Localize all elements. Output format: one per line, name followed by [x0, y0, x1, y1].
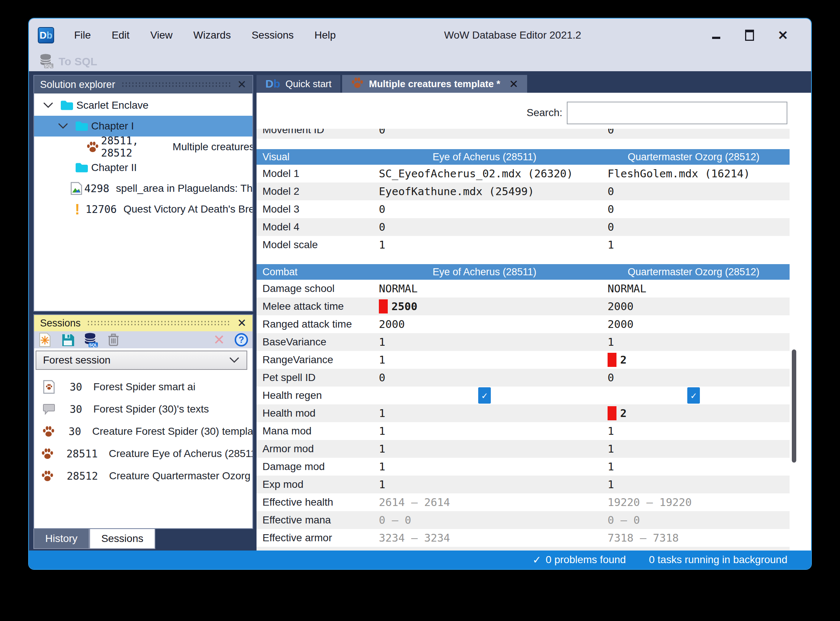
cell-text: 7318 – 7318	[607, 532, 679, 544]
tab-history[interactable]: History	[33, 529, 89, 549]
cell-value[interactable]: 2	[598, 406, 790, 420]
solution-tree: Scarlet EnclaveChapter I28511, 28512Mult…	[34, 94, 252, 220]
cell-value[interactable]: 0	[372, 221, 598, 233]
column-header: Eye of Acherus (28511)	[372, 267, 598, 278]
chevron-down-icon[interactable]	[54, 123, 72, 129]
chevron-down-icon[interactable]	[39, 102, 57, 109]
cell-value[interactable]: EyeofKathune.mdx (25499)	[372, 185, 598, 198]
checkbox-checked[interactable]: ✓	[478, 387, 491, 404]
sessions-close-icon[interactable]: ✕	[237, 318, 246, 329]
cell-value[interactable]: 7318 – 7318	[598, 532, 790, 544]
cell-value[interactable]: NORMAL	[372, 282, 598, 295]
sessions-toolbar: ✳SQL✕?	[34, 331, 252, 348]
tree-item[interactable]: 28511, 28512Multiple creatures…	[34, 136, 252, 157]
delete-button[interactable]	[107, 333, 119, 347]
cell-value[interactable]: 1	[372, 336, 598, 348]
cell-value[interactable]: 2000	[372, 318, 598, 330]
disabled-close-button[interactable]: ✕	[213, 332, 225, 348]
sql-database-icon: SQL	[39, 53, 53, 70]
save-button[interactable]	[62, 333, 74, 346]
cell-value[interactable]: 1	[598, 239, 790, 251]
vertical-scrollbar[interactable]	[792, 350, 796, 463]
session-select[interactable]: Forest session	[36, 351, 247, 370]
cell-value[interactable]: 19220 – 19220	[598, 496, 790, 509]
cell-value[interactable]: 1	[598, 425, 790, 438]
new-session-button[interactable]: ✳	[39, 332, 52, 347]
cell-value[interactable]: 2614 – 2614	[372, 496, 598, 509]
cell-text: 19220 – 19220	[607, 496, 692, 509]
cell-value[interactable]: 1	[372, 442, 598, 455]
checkbox-checked[interactable]: ✓	[687, 387, 700, 404]
cell-value[interactable]: 1	[372, 478, 598, 491]
menu-bar: FileEditViewWizardsSessionsHelp	[64, 19, 346, 51]
minimize-button[interactable]	[709, 28, 724, 42]
solution-explorer-close-icon[interactable]: ✕	[237, 79, 246, 90]
tree-item[interactable]: 4298spell_area in Plaguelands: The Sc…	[34, 178, 252, 199]
cell-value[interactable]: 1	[372, 425, 598, 438]
cell-value[interactable]: SC_EyeofAcherus_02.mdx (26320)	[372, 167, 598, 180]
cell-value[interactable]: 0 – 0	[598, 514, 790, 526]
cell-value[interactable]: 1	[598, 478, 790, 491]
cell-value[interactable]: 0 – 0	[372, 514, 598, 526]
cell-value[interactable]: 1	[598, 336, 790, 348]
cell-text: 0	[379, 371, 385, 384]
menu-sessions[interactable]: Sessions	[241, 19, 304, 51]
tree-item[interactable]: Chapter II	[34, 157, 252, 178]
menu-edit[interactable]: Edit	[101, 19, 140, 51]
session-item[interactable]: 28511Creature Eye of Acherus (28511) te…	[34, 442, 252, 465]
session-item-label: Creature Eye of Acherus (28511) te…	[109, 448, 253, 460]
window-title: WoW Database Editor 2021.2	[444, 18, 581, 52]
session-item[interactable]: 30Forest Spider (30)'s texts	[34, 398, 252, 420]
close-button[interactable]: ✕	[775, 28, 790, 42]
cell-value[interactable]: 2000	[598, 318, 790, 330]
help-button[interactable]: ?	[235, 333, 248, 347]
cell-value[interactable]: 0	[598, 203, 790, 215]
cell-value[interactable]: 1	[598, 442, 790, 455]
folder-icon	[57, 100, 76, 111]
table-row: RangeVariance12	[257, 351, 790, 369]
tab-close-icon[interactable]: ✕	[509, 77, 518, 91]
cell-value[interactable]: 1	[372, 239, 598, 251]
cell-text: 1	[379, 478, 385, 491]
panel-grip	[121, 82, 231, 88]
menu-help[interactable]: Help	[304, 19, 346, 51]
cell-value[interactable]: 0	[598, 221, 790, 233]
tree-item[interactable]: !12706Quest Victory At Death's Breac…	[34, 199, 252, 220]
to-sql-button[interactable]: SQL To SQL	[39, 53, 97, 70]
tree-item[interactable]: Scarlet Enclave	[34, 95, 252, 116]
search-input[interactable]	[567, 101, 787, 124]
session-item[interactable]: 28512Creature Quartermaster Ozorg (28…	[34, 465, 252, 487]
editor-tab-strip: Db Quick start Multiple creatures templa…	[257, 75, 527, 93]
cell-value[interactable]: ✓	[598, 387, 790, 404]
cell-value[interactable]: 2000	[598, 300, 790, 313]
cell-value[interactable]: 0	[598, 129, 790, 136]
menu-file[interactable]: File	[64, 19, 101, 51]
cell-value[interactable]: 1	[372, 407, 598, 420]
cell-value[interactable]: 0	[598, 185, 790, 198]
cell-value[interactable]: 1	[372, 460, 598, 473]
column-header: Eye of Acherus (28511)	[372, 151, 598, 163]
cell-text: 0	[607, 371, 614, 384]
cell-value[interactable]: 1	[372, 353, 598, 366]
cell-value[interactable]: 0	[372, 371, 598, 384]
cell-value[interactable]: ✓	[372, 387, 598, 404]
tab-quick-start[interactable]: Db Quick start	[257, 75, 340, 93]
cell-value[interactable]: 1	[598, 460, 790, 473]
cell-value[interactable]: 2	[598, 353, 790, 367]
session-item[interactable]: 30Forest Spider smart ai	[34, 376, 252, 398]
cell-value[interactable]: 0	[372, 203, 598, 215]
menu-view[interactable]: View	[140, 19, 183, 51]
tree-item[interactable]: Chapter I	[34, 116, 252, 136]
cell-value[interactable]: 2500	[372, 299, 598, 314]
maximize-button[interactable]	[742, 28, 757, 42]
session-item[interactable]: 30Creature Forest Spider (30) template	[34, 420, 252, 442]
cell-value[interactable]: 0	[598, 371, 790, 384]
cell-value[interactable]: 3234 – 3234	[372, 532, 598, 544]
tab-multiple-creatures-template[interactable]: Multiple creatures template * ✕	[342, 75, 527, 93]
sql-database-button[interactable]: SQL	[84, 332, 98, 347]
cell-value[interactable]: NORMAL	[598, 282, 790, 295]
cell-value[interactable]: 0	[372, 129, 598, 136]
tab-sessions[interactable]: Sessions	[89, 529, 155, 549]
cell-value[interactable]: FleshGolem.mdx (16214)	[598, 167, 790, 180]
menu-wizards[interactable]: Wizards	[183, 19, 241, 51]
